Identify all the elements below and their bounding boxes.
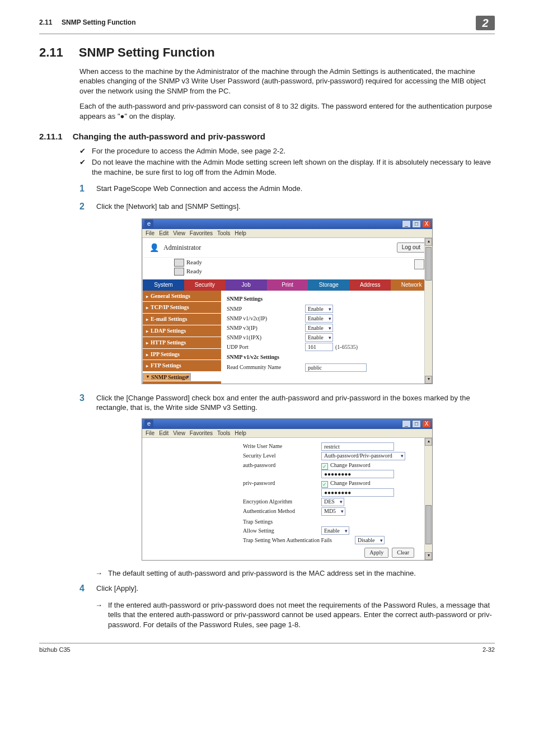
step-text: Click the [Network] tab and [SNMP Settin… bbox=[96, 200, 495, 212]
enc-alg-select[interactable]: DES bbox=[321, 498, 344, 506]
close-button[interactable]: X bbox=[422, 220, 431, 228]
scroll-thumb[interactable] bbox=[425, 247, 432, 281]
precondition-item: For the procedure to access the Admin Mo… bbox=[79, 146, 495, 156]
v1v2c-settings-title: SNMP v1/v2c Settings bbox=[227, 353, 427, 361]
udp-port-input[interactable]: 161 bbox=[305, 343, 333, 351]
tab-job[interactable]: Job bbox=[226, 279, 267, 291]
v1ipx-select[interactable]: Enable bbox=[305, 333, 333, 342]
step-text: Click the [Change Password] check box an… bbox=[96, 392, 495, 413]
scroll-up-icon[interactable]: ▴ bbox=[425, 438, 432, 446]
auth-method-select[interactable]: MD5 bbox=[321, 507, 345, 516]
scroll-up-icon[interactable]: ▴ bbox=[425, 238, 432, 246]
v3ip-select[interactable]: Enable bbox=[305, 324, 333, 332]
sidebar-item-email[interactable]: ▸E-mail Settings bbox=[143, 314, 221, 325]
menu-view[interactable]: View bbox=[173, 230, 185, 237]
label-rcn: Read Community Name bbox=[227, 363, 305, 371]
minimize-button[interactable]: _ bbox=[402, 420, 411, 428]
label-auth-password: auth-password bbox=[243, 461, 321, 469]
sidebar-item-ldap[interactable]: ▸LDAP Settings bbox=[143, 325, 221, 337]
scrollbar[interactable]: ▴ ▾ bbox=[424, 238, 432, 384]
scroll-down-icon[interactable]: ▾ bbox=[425, 376, 432, 384]
maximize-button[interactable]: □ bbox=[412, 420, 421, 428]
label-v1v2cip: SNMP v1/v2c(IP) bbox=[227, 315, 305, 323]
step-4-note: → If the entered auth-password or priv-p… bbox=[95, 600, 495, 630]
label-trap-auth-fails: Trap Setting When Authentication Fails bbox=[243, 536, 355, 544]
sidebar-item-snmp[interactable]: ▾SNMP Settings bbox=[143, 373, 191, 381]
write-user-input[interactable]: restrict bbox=[321, 442, 394, 451]
footer-product: bizhub C35 bbox=[39, 646, 71, 654]
label-write-user: Write User Name bbox=[243, 442, 321, 450]
note-text: The default setting of auth-password and… bbox=[108, 568, 495, 578]
udp-hint: (1-65535) bbox=[335, 344, 358, 350]
arrow-icon: → bbox=[95, 568, 102, 578]
scanner-status-icon bbox=[174, 268, 184, 276]
intro-para-1: When access to the machine by the Admini… bbox=[79, 67, 495, 96]
menu-file[interactable]: File bbox=[146, 430, 154, 437]
logout-button[interactable]: Log out bbox=[397, 242, 425, 253]
sidebar: ▸General Settings ▸TCP/IP Settings ▸E-ma… bbox=[143, 291, 221, 384]
menu-edit[interactable]: Edit bbox=[159, 430, 168, 437]
apply-button[interactable]: Apply bbox=[364, 548, 388, 558]
refresh-icon[interactable] bbox=[414, 259, 424, 269]
header-section-num: 2.11 bbox=[39, 18, 52, 26]
rcn-input[interactable]: public bbox=[305, 363, 367, 372]
change-password-label: Change Password bbox=[330, 462, 370, 468]
admin-icon: 👤 bbox=[149, 242, 159, 253]
menu-file[interactable]: File bbox=[146, 230, 154, 237]
label-enc-alg: Encryption Algorithm bbox=[243, 498, 321, 506]
printer-status-icon bbox=[174, 259, 184, 267]
snmp-select[interactable]: Enable bbox=[305, 305, 333, 313]
section-number: 2.11 bbox=[39, 44, 63, 61]
menu-view[interactable]: View bbox=[173, 430, 185, 437]
minimize-button[interactable]: _ bbox=[402, 220, 411, 228]
content-panel: SNMP Settings SNMPEnable SNMP v1/v2c(IP)… bbox=[221, 291, 432, 384]
maximize-button[interactable]: □ bbox=[412, 220, 421, 228]
window-titlebar: e _ □ X bbox=[142, 419, 432, 429]
v1v2cip-select[interactable]: Enable bbox=[305, 314, 333, 323]
priv-password-input[interactable]: ●●●●●●●● bbox=[321, 488, 394, 497]
close-button[interactable]: X bbox=[422, 420, 431, 428]
subsection-heading: Changing the auth-password and priv-pass… bbox=[73, 131, 265, 142]
sidebar-item-ftp[interactable]: ▸FTP Settings bbox=[143, 360, 221, 372]
step-2: 2 Click the [Network] tab and [SNMP Sett… bbox=[79, 200, 495, 213]
sidebar-item-general[interactable]: ▸General Settings bbox=[143, 291, 221, 302]
menu-favorites[interactable]: Favorites bbox=[190, 430, 213, 437]
sidebar-item-snmp-sub[interactable]: ▸SNMP Settings bbox=[143, 381, 221, 383]
section-title: 2.11 SNMP Setting Function bbox=[39, 44, 495, 61]
priv-change-checkbox[interactable]: ✓ bbox=[321, 481, 328, 488]
ie-icon: e bbox=[144, 419, 153, 428]
allow-setting-select[interactable]: Enable bbox=[321, 526, 349, 535]
trap-auth-select[interactable]: Disable bbox=[355, 536, 385, 544]
arrow-icon: → bbox=[95, 600, 102, 630]
tab-print[interactable]: Print bbox=[267, 279, 308, 291]
scroll-thumb[interactable] bbox=[425, 505, 432, 544]
printer-status: Ready bbox=[186, 258, 202, 267]
step-text: Start PageScope Web Connection and acces… bbox=[96, 183, 495, 194]
footer-page-num: 2-32 bbox=[483, 646, 495, 654]
label-sec-level: Security Level bbox=[243, 452, 321, 460]
auth-password-input[interactable]: ●●●●●●●● bbox=[321, 470, 394, 478]
scrollbar[interactable]: ▴ ▾ bbox=[424, 438, 432, 560]
menu-favorites[interactable]: Favorites bbox=[190, 230, 213, 237]
scroll-down-icon[interactable]: ▾ bbox=[425, 552, 432, 560]
menu-help[interactable]: Help bbox=[235, 230, 246, 237]
menu-help[interactable]: Help bbox=[235, 430, 246, 437]
chapter-badge: 2 bbox=[476, 16, 495, 30]
sec-level-select[interactable]: Auth-password/Priv-password bbox=[321, 452, 405, 460]
menu-tools[interactable]: Tools bbox=[217, 430, 230, 437]
tab-security[interactable]: Security bbox=[184, 279, 226, 291]
tab-storage[interactable]: Storage bbox=[308, 279, 349, 291]
tab-system[interactable]: System bbox=[143, 279, 184, 291]
menu-tools[interactable]: Tools bbox=[217, 230, 230, 237]
label-v3ip: SNMP v3(IP) bbox=[227, 324, 305, 332]
step-1: 1 Start PageScope Web Connection and acc… bbox=[79, 183, 495, 195]
sidebar-item-ipp[interactable]: ▸IPP Settings bbox=[143, 349, 221, 361]
sidebar-item-tcpip[interactable]: ▸TCP/IP Settings bbox=[143, 302, 221, 314]
sidebar-item-http[interactable]: ▸HTTP Settings bbox=[143, 337, 221, 349]
tab-address[interactable]: Address bbox=[349, 279, 391, 291]
step-number: 3 bbox=[79, 392, 87, 404]
step-4: 4 Click [Apply]. bbox=[79, 582, 495, 595]
auth-change-checkbox[interactable]: ✓ bbox=[321, 463, 328, 470]
clear-button[interactable]: Clear bbox=[392, 548, 414, 558]
menu-edit[interactable]: Edit bbox=[159, 230, 168, 237]
